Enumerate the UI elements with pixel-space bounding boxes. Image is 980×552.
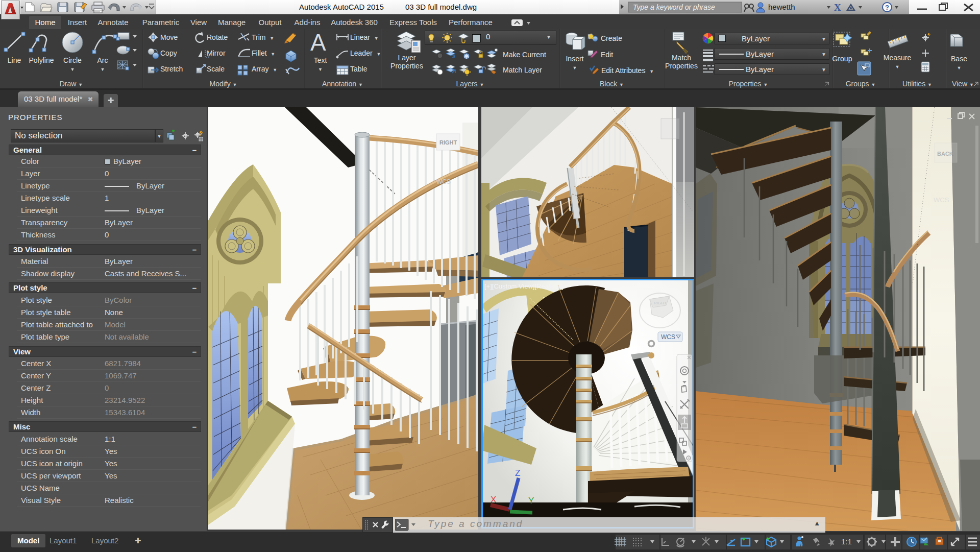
svg-text:WCS: WCS [661, 333, 675, 341]
svg-text:?: ? [885, 4, 889, 11]
svg-text:X: X [834, 2, 841, 13]
svg-text:Y: Y [528, 496, 534, 506]
svg-text:Z: Z [515, 468, 520, 478]
svg-text:X: X [491, 495, 496, 505]
svg-text:RIGHT: RIGHT [654, 301, 667, 305]
svg-text:Type a keyword or phrase: Type a keyword or phrase [633, 3, 715, 11]
svg-text:[+][Custom View][Realistic]: [+][Custom View][Realistic] [484, 282, 564, 290]
svg-text:BACK: BACK [937, 151, 953, 157]
svg-text:A: A [310, 29, 326, 56]
svg-text:1:1: 1:1 [841, 537, 852, 546]
svg-text:hewetth: hewetth [768, 3, 795, 11]
svg-text:WCS: WCS [436, 178, 451, 185]
svg-text:WCS: WCS [934, 196, 949, 204]
svg-text:RIGHT: RIGHT [439, 139, 457, 146]
